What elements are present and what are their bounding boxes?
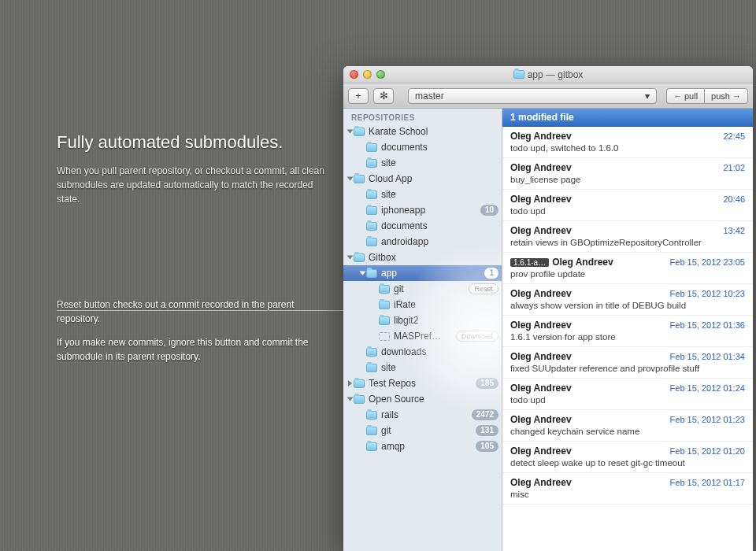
sidebar-item-gitbox[interactable]: Gitbox <box>343 250 502 265</box>
commit-author: Oleg Andreev <box>510 446 572 457</box>
folder-icon <box>354 379 365 388</box>
sidebar-item-karate-school[interactable]: Karate School <box>343 124 502 139</box>
disclosure-icon[interactable] <box>347 130 354 134</box>
commit-time: 22:45 <box>723 131 745 141</box>
commit-row[interactable]: Oleg AndreevFeb 15, 2012 01:17misc <box>502 473 753 505</box>
commit-row[interactable]: Oleg AndreevFeb 15, 2012 01:20detect sle… <box>502 442 753 473</box>
commit-author: Oleg Andreev <box>510 383 572 394</box>
commit-message: 1.6.1 version for app store <box>510 332 745 342</box>
push-button[interactable]: push → <box>704 88 748 104</box>
folder-icon <box>366 159 377 168</box>
minimize-icon[interactable] <box>363 70 372 79</box>
sidebar-item-label: androidapp <box>381 236 502 247</box>
pull-button[interactable]: ← pull <box>666 88 704 104</box>
sidebar-item-label: Test Repos <box>369 378 472 389</box>
sidebar-item-libgit2[interactable]: libgit2 <box>343 312 502 328</box>
close-icon[interactable] <box>350 70 358 79</box>
folder-icon <box>366 269 377 278</box>
sidebar-item-label: Open Source <box>369 394 502 405</box>
sidebar-item-label: rails <box>381 409 469 420</box>
commit-row[interactable]: Oleg Andreev20:46todo upd <box>502 190 753 221</box>
commit-row[interactable]: Oleg AndreevFeb 15, 2012 01:23changed ke… <box>502 410 753 442</box>
disclosure-icon[interactable] <box>347 177 354 181</box>
sidebar-item-label: MASPref… <box>394 331 456 342</box>
commit-time: Feb 15, 2012 01:24 <box>670 383 745 393</box>
tag-badge: 1.6.1-a… <box>510 258 549 267</box>
commit-message: todo upd, switched to 1.6.0 <box>510 143 745 153</box>
add-button[interactable]: + <box>348 88 369 104</box>
folder-icon <box>379 285 390 294</box>
sidebar-item-app[interactable]: app1 <box>343 265 502 281</box>
commit-row[interactable]: Oleg AndreevFeb 15, 2012 10:23always sho… <box>502 284 753 316</box>
commit-row[interactable]: Oleg Andreev21:02buy_license page <box>502 158 753 190</box>
traffic-lights <box>350 70 385 79</box>
folder-icon <box>366 238 377 246</box>
sidebar-item-label: site <box>381 362 502 373</box>
sidebar-item-site[interactable]: site <box>343 155 502 171</box>
folder-icon <box>366 411 377 420</box>
count-badge: 1 <box>484 268 498 279</box>
sidebar-item-test-repos[interactable]: Test Repos185 <box>343 375 502 391</box>
commit-row[interactable]: Oleg AndreevFeb 15, 2012 01:24todo upd <box>502 379 753 410</box>
sidebar-item-open-source[interactable]: Open Source <box>343 391 502 407</box>
commit-time: Feb 15, 2012 01:17 <box>670 478 745 487</box>
commit-author: Oleg Andreev <box>510 414 572 425</box>
sidebar-item-git[interactable]: git131 <box>343 423 502 438</box>
titlebar[interactable]: app — gitbox <box>343 66 753 83</box>
sidebar-item-androidapp[interactable]: androidapp <box>343 234 502 250</box>
folder-icon <box>354 253 365 262</box>
download-button[interactable]: Download <box>456 331 498 342</box>
sidebar-item-cloud-app[interactable]: Cloud App <box>343 171 502 187</box>
settings-button[interactable]: ✻ <box>373 88 394 104</box>
commit-message: prov profile update <box>510 269 745 279</box>
headline: Fully automated submodules. <box>57 132 331 153</box>
commit-author: Oleg Andreev <box>510 288 572 299</box>
sidebar-item-rails[interactable]: rails2472 <box>343 407 502 423</box>
folder-icon <box>366 143 377 152</box>
folder-icon <box>354 128 365 136</box>
commit-row[interactable]: 1.6.1-a…Oleg AndreevFeb 15, 2012 23:05pr… <box>502 253 753 284</box>
sidebar-item-downloads[interactable]: downloads <box>343 344 502 360</box>
callout-p1: Reset button checks out a commit recorde… <box>57 298 331 326</box>
commit-row[interactable]: Oleg Andreev22:45todo upd, switched to 1… <box>502 127 753 158</box>
reset-button[interactable]: Reset <box>469 283 498 294</box>
commit-author: Oleg Andreev <box>510 162 572 173</box>
zoom-icon[interactable] <box>376 70 385 79</box>
sidebar-item-git[interactable]: gitReset <box>343 281 502 297</box>
disclosure-icon[interactable] <box>360 272 366 276</box>
sidebar-item-amqp[interactable]: amqp105 <box>343 438 502 454</box>
disclosure-icon[interactable] <box>348 380 352 386</box>
commit-row[interactable]: Oleg AndreevFeb 15, 2012 01:361.6.1 vers… <box>502 316 753 347</box>
sidebar-item-irate[interactable]: iRate <box>343 297 502 312</box>
commit-time: 13:42 <box>723 226 745 235</box>
sidebar-item-maspref-[interactable]: MASPref…Download <box>343 328 502 344</box>
branch-dropdown[interactable]: master ▾ <box>408 88 657 104</box>
sidebar-item-site[interactable]: site <box>343 360 502 375</box>
sidebar[interactable]: REPOSITORIES Karate SchooldocumentssiteC… <box>343 109 502 551</box>
commit-author: Oleg Andreev <box>510 351 572 362</box>
sidebar-item-label: site <box>381 157 502 168</box>
commit-message: misc <box>510 490 745 499</box>
commit-list[interactable]: 1 modified file Oleg Andreev22:45todo up… <box>502 109 753 551</box>
folder-icon <box>513 70 524 79</box>
disclosure-icon[interactable] <box>347 398 354 401</box>
sidebar-item-site[interactable]: site <box>343 187 502 202</box>
sidebar-item-documents[interactable]: documents <box>343 218 502 234</box>
disclosure-icon[interactable] <box>347 256 354 260</box>
marketing-copy: Fully automated submodules. When you pul… <box>57 132 331 206</box>
commit-message: detect sleep wake up to reset git-gc tim… <box>510 458 745 468</box>
commit-author: Oleg Andreev <box>510 320 572 331</box>
commit-row[interactable]: Oleg AndreevFeb 15, 2012 01:34fixed SUUp… <box>502 347 753 379</box>
sidebar-item-label: downloads <box>381 346 502 357</box>
status-bar: 1 modified file <box>502 109 753 127</box>
commit-author: Oleg Andreev <box>510 225 572 236</box>
commit-row[interactable]: Oleg Andreev13:42retain views in GBOptim… <box>502 221 753 253</box>
sidebar-item-documents[interactable]: documents <box>343 139 502 155</box>
sidebar-item-label: documents <box>381 142 502 153</box>
sidebar-item-iphoneapp[interactable]: iphoneapp10 <box>343 202 502 218</box>
sidebar-item-label: app <box>381 268 481 279</box>
commit-time: Feb 15, 2012 10:23 <box>670 289 745 298</box>
folder-icon <box>354 395 365 404</box>
commit-message: todo upd <box>510 206 745 216</box>
folder-placeholder-icon <box>379 332 390 341</box>
